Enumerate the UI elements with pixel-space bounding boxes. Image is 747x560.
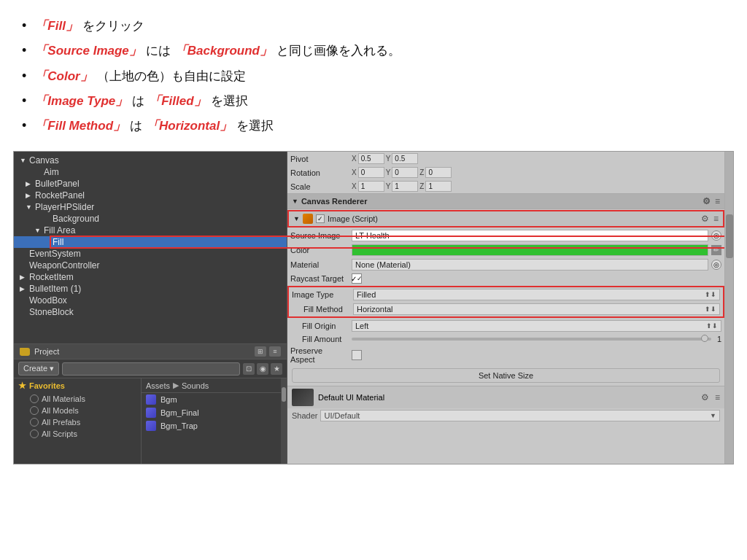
canvas-renderer-menu[interactable]: ≡ [715,196,720,206]
bullet-5: 「Fill Method」は「Horizontal」を選択 [22,113,725,138]
asset-icon-bgm [146,394,156,405]
inspector-scrollbar[interactable] [724,152,733,464]
pivot-x-item: X [352,153,384,164]
raycast-row: Raycast Target ✓ [287,272,724,285]
filter-icon[interactable]: ⊡ [243,363,255,375]
hier-stoneblock[interactable]: StoneBlock [14,306,287,318]
unity-screenshot: ▼ Canvas Aim ▶ BulletPanel ▶ RocketPanel… [13,151,734,464]
fill-amount-label: Fill Amount [290,335,349,343]
pivot-y-input[interactable] [392,153,418,164]
hier-bulletitem[interactable]: ▶ BulletItem (1) [14,283,287,295]
panel-icon-2[interactable]: ≡ [269,346,281,357]
image-script-menu[interactable]: ≡ [713,214,719,224]
material-text: None (Material) [355,260,411,269]
canvas-renderer-arrow: ▼ [292,198,298,205]
create-button[interactable]: Create ▾ [18,362,59,376]
fav-all-prefabs[interactable]: All Prefabs [14,416,141,428]
fill-amount-thumb [701,335,708,342]
rot-y-input[interactable] [392,167,418,178]
scale-x-item: X [352,181,384,192]
fav-icon-scripts [30,429,39,438]
fill-origin-select[interactable]: Left ⬆⬇ [352,320,721,332]
hier-weaponcontroller[interactable]: WeaponController [14,260,287,271]
hier-rocketitem[interactable]: ▶ RocketItem [14,271,287,283]
scale-label: Scale [290,182,349,191]
pivot-x-input[interactable] [358,153,384,164]
scale-z-input[interactable] [425,181,452,192]
material-circle-btn[interactable]: ◎ [711,260,721,270]
hier-rocketpanel[interactable]: ▶ RocketPanel [14,190,287,201]
preserve-aspect-row: Preserve Aspect [287,345,724,365]
search-input[interactable] [62,362,240,376]
rot-x-input[interactable] [358,167,384,178]
fill-method-value: Horizontal [357,305,393,314]
image-script-checkbox[interactable] [316,214,325,223]
default-ui-gear[interactable]: ⚙ [701,392,709,402]
hier-woodbox[interactable]: WoodBox [14,295,287,306]
fillarea-arrow: ▼ [34,227,42,234]
rotation-label: Rotation [290,168,349,177]
scale-z-item: Z [419,181,452,192]
hier-aim[interactable]: Aim [14,166,287,178]
toolbar-icons: ⊡ ◉ ★ [243,363,282,375]
rot-y-item: Y [386,167,419,178]
hier-eventsystem[interactable]: EventSystem [14,248,287,260]
fav-all-models[interactable]: All Models [14,405,141,416]
color-pencil-btn[interactable]: ✏ [711,245,721,255]
shader-select[interactable]: UI/Default ▼ [320,410,720,421]
preserve-aspect-checkbox[interactable] [352,350,362,360]
hier-background[interactable]: Background [14,213,287,225]
create-label: Create ▾ [23,364,54,373]
canvas-renderer-gear[interactable]: ⚙ [703,196,711,206]
pivot-fields: X Y [352,153,721,164]
shader-arrow: ▼ [710,412,716,419]
asset-bgmtrap-label: Bgm_Trap [160,421,198,430]
hier-playerhpslider[interactable]: ▼ PlayerHPSlider [14,201,287,213]
folder-icon [20,348,30,356]
rotation-fields: X Y Z [352,167,721,178]
asset-bgm-trap[interactable]: Bgm_Trap [142,419,281,432]
set-native-size-button[interactable]: Set Native Size [292,368,720,383]
bullet-3: 「Color」（上地の色）も自由に設定 [22,63,725,88]
fav-all-scripts[interactable]: All Scripts [14,428,141,440]
assets-scrollbar[interactable] [281,378,287,464]
source-image-circle-btn[interactable]: ◎ [711,230,721,241]
raycast-checkbox[interactable]: ✓ [352,273,362,284]
color-value[interactable] [352,244,708,256]
inspector-scroll-thumb [726,214,733,258]
asset-bgm[interactable]: Bgm [142,393,281,406]
asset-bgm-final[interactable]: Bgm_Final [142,406,281,419]
canvas-renderer-label: Canvas Renderer [301,197,368,206]
wc-label: WeaponController [29,260,100,271]
canvas-label: Canvas [29,155,59,166]
rocketpanel-label: RocketPanel [35,190,85,201]
project-content: ★ Favorites All Materials All Models All… [14,378,287,464]
pivot-row: Pivot X Y [287,152,724,166]
source-image-label: Source Image [290,231,349,240]
scale-x-input[interactable] [358,181,384,192]
hier-canvas[interactable]: ▼ Canvas [14,155,287,166]
material-row: Material None (Material) ◎ [287,257,724,272]
hier-bulletpanel[interactable]: ▶ BulletPanel [14,178,287,190]
eye-icon[interactable]: ◉ [257,363,268,375]
default-ui-menu[interactable]: ≡ [715,392,720,402]
hier-fill[interactable]: Fill [14,236,287,248]
panel-icon-1[interactable]: ⊞ [255,346,266,357]
hier-fillarea[interactable]: ▼ Fill Area [14,225,287,236]
rot-x-label: X [352,168,357,176]
image-script-gear[interactable]: ⚙ [701,214,709,224]
fill-method-select[interactable]: Horizontal ⬆⬇ [353,303,720,315]
rot-x-item: X [352,167,384,178]
rot-z-label: Z [419,168,424,176]
sb-label: StoneBlock [29,307,74,317]
breadcrumb-sounds: Sounds [182,381,209,390]
scale-y-input[interactable] [392,181,418,192]
favorites-header: ★ Favorites [14,378,141,393]
image-type-select[interactable]: Filled ⬆⬇ [353,289,720,300]
fav-all-materials[interactable]: All Materials [14,393,141,405]
fill-amount-slider[interactable] [352,338,711,341]
inspector-panel: Pivot X Y Rotation X [287,152,724,464]
star-icon[interactable]: ★ [271,363,282,375]
rot-z-input[interactable] [425,167,452,178]
instructions-area: 「Fill」をクリック 「Source Image」には「Background」… [0,0,747,145]
